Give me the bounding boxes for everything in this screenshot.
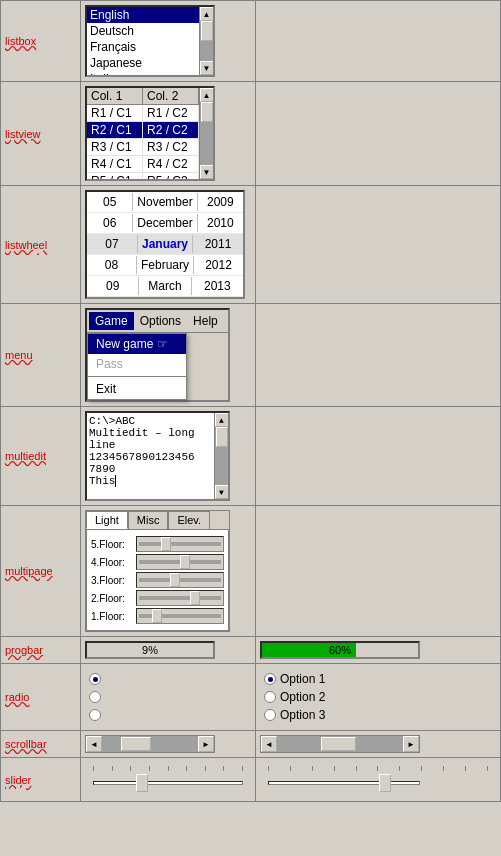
radio-right-group: Option 1 Option 2 Option 3 [260, 668, 496, 726]
scrollbar-right-btn-left[interactable]: ◄ [261, 736, 277, 752]
listview-widget-cell: Col. 1 Col. 2 R1 / C1 R1 / C2 R2 / C1 R2… [81, 82, 256, 186]
listbox-item-italiano[interactable]: Italiano [87, 71, 199, 77]
radio-right-circle-2[interactable] [264, 691, 276, 703]
scrollbar-left-thumb[interactable] [121, 737, 151, 751]
floor-2-thumb[interactable] [190, 591, 200, 605]
menu-pass[interactable]: Pass [88, 354, 186, 374]
lw-row-3[interactable]: 08 February 2012 [87, 255, 243, 276]
scrollbar-right-track[interactable] [277, 736, 403, 752]
listview-header: Col. 1 Col. 2 [87, 88, 199, 105]
radio-left-2[interactable] [89, 691, 247, 703]
scrollbar-right-btn-right[interactable]: ► [403, 736, 419, 752]
listview-row-3[interactable]: R3 / C1 R3 / C2 [87, 139, 199, 156]
radio-left-1[interactable] [89, 673, 247, 685]
slider-right-cell [256, 758, 501, 802]
floor-2-slider[interactable] [136, 590, 224, 606]
progbar-left-cell: 9% [81, 637, 256, 664]
multipage-widget-cell: Light Misc Elev. 5.Floor: 4.Floor: [81, 506, 256, 637]
tab-light[interactable]: Light [86, 511, 128, 529]
radio-left-circle-2[interactable] [89, 691, 101, 703]
progbar-right-cell: 60% [256, 637, 501, 664]
listbox-item-english[interactable]: English [87, 7, 199, 23]
menu-new-game[interactable]: New game ☞ [88, 334, 186, 354]
listbox-label: listbox [1, 1, 81, 82]
listview-row-4[interactable]: R4 / C1 R4 / C2 [87, 156, 199, 173]
radio-right-circle-1[interactable] [264, 673, 276, 685]
floor-3-slider[interactable] [136, 572, 224, 588]
radio-label: radio [1, 664, 81, 731]
scrollbar-right[interactable]: ◄ ► [260, 735, 420, 753]
lw-row-2[interactable]: 07 January 2011 [87, 234, 243, 255]
menu-help[interactable]: Help [187, 312, 224, 330]
multiedit-line-3: line [89, 439, 212, 451]
listbox-scrollbar-up[interactable]: ▲ [200, 7, 214, 21]
listview-scrollbar-track[interactable] [200, 102, 213, 165]
tab-elev[interactable]: Elev. [168, 511, 210, 529]
radio-option-2[interactable]: Option 2 [264, 690, 492, 704]
listview-row-1[interactable]: R1 / C1 R1 / C2 [87, 105, 199, 122]
multipage-tabs: Light Misc Elev. [86, 511, 229, 529]
listview-scrollbar-up[interactable]: ▲ [200, 88, 214, 102]
listwheel[interactable]: 05 November 2009 06 December 2010 07 [85, 190, 245, 299]
listbox[interactable]: English Deutsch Français Japanese Italia… [85, 5, 215, 77]
listview-scrollbar-down[interactable]: ▼ [200, 165, 214, 179]
multiedit-scrollbar-track[interactable] [215, 427, 228, 485]
listbox-item-deutsch[interactable]: Deutsch [87, 23, 199, 39]
scrollbar-right-thumb[interactable] [321, 737, 356, 751]
floor-4-slider[interactable] [136, 554, 224, 570]
lw-row-0[interactable]: 05 November 2009 [87, 192, 243, 213]
radio-right-circle-3[interactable] [264, 709, 276, 721]
listview-row-5[interactable]: R5 / C1 R5 / C2 [87, 173, 199, 181]
floor-1-thumb[interactable] [152, 609, 162, 623]
scrollbar-left-track[interactable] [102, 736, 198, 752]
listbox-item-japanese[interactable]: Japanese [87, 55, 199, 71]
multiedit-scrollbar[interactable]: ▲ ▼ [214, 413, 228, 499]
menu-options[interactable]: Options [134, 312, 187, 330]
floor-4-label: 4.Floor: [91, 557, 136, 568]
slider-left-track-area [89, 773, 247, 793]
radio-option-3[interactable]: Option 3 [264, 708, 492, 722]
radio-left-3[interactable] [89, 709, 247, 721]
slider-left-track [93, 781, 243, 785]
menu-exit[interactable]: Exit [88, 379, 186, 399]
tab-misc[interactable]: Misc [128, 511, 169, 529]
scrollbar-right-cell: ◄ ► [256, 731, 501, 758]
listwheel-label: listwheel [1, 186, 81, 304]
slider-right-thumb[interactable] [379, 774, 391, 792]
lw-row-1[interactable]: 06 December 2010 [87, 213, 243, 234]
listbox-scrollbar-track[interactable] [200, 21, 213, 61]
listview-row-2[interactable]: R2 / C1 R2 / C2 [87, 122, 199, 139]
listbox-scrollbar[interactable]: ▲ ▼ [199, 7, 213, 75]
scrollbar-left[interactable]: ◄ ► [85, 735, 215, 753]
multipage-extra [256, 506, 501, 637]
lw-row-4[interactable]: 09 March 2013 [87, 276, 243, 297]
scrollbar-left-btn-left[interactable]: ◄ [86, 736, 102, 752]
floor-3-thumb[interactable] [170, 573, 180, 587]
floor-5-slider[interactable] [136, 536, 224, 552]
menu-game[interactable]: Game [89, 312, 134, 330]
slider-left-thumb[interactable] [136, 774, 148, 792]
floor-1-slider[interactable] [136, 608, 224, 624]
menu-extra [256, 304, 501, 407]
listbox-scrollbar-down[interactable]: ▼ [200, 61, 214, 75]
floor-5-thumb[interactable] [161, 537, 171, 551]
radio-left-circle-3[interactable] [89, 709, 101, 721]
radio-option-1[interactable]: Option 1 [264, 672, 492, 686]
multiedit-scrollbar-thumb[interactable] [216, 427, 228, 447]
listbox-item-francais[interactable]: Français [87, 39, 199, 55]
listview[interactable]: Col. 1 Col. 2 R1 / C1 R1 / C2 R2 / C1 R2… [85, 86, 215, 181]
multiedit-scrollbar-down[interactable]: ▼ [215, 485, 229, 499]
listview-extra [256, 82, 501, 186]
multiedit-scrollbar-up[interactable]: ▲ [215, 413, 229, 427]
listview-scrollbar-thumb[interactable] [201, 102, 213, 122]
menu-widget: Game Options Help New game ☞ Pass Exit [85, 308, 230, 402]
slider-right-track-area [264, 773, 424, 793]
scrollbar-left-btn-right[interactable]: ► [198, 736, 214, 752]
radio-left-circle-1[interactable] [89, 673, 101, 685]
floor-4-thumb[interactable] [180, 555, 190, 569]
slider-label: slider [1, 758, 81, 802]
multiedit[interactable]: C:\>ABC Multiedit – long line 1234567890… [85, 411, 230, 501]
listview-scrollbar[interactable]: ▲ ▼ [199, 88, 213, 179]
multipage-content: 5.Floor: 4.Floor: 3. [86, 529, 229, 631]
listbox-scrollbar-thumb[interactable] [201, 21, 213, 41]
